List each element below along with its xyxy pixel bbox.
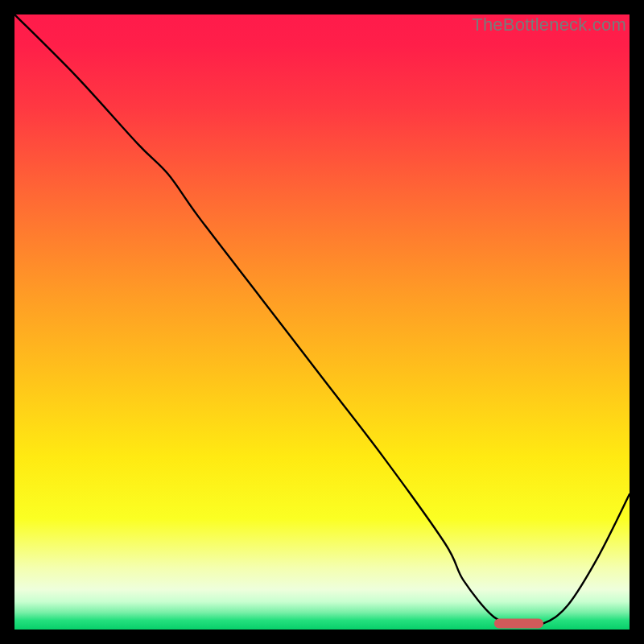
bottleneck-chart [14,14,630,630]
chart-frame: TheBottleneck.com [14,14,630,630]
optimal-range-marker [494,618,543,628]
watermark-text: TheBottleneck.com [472,14,626,35]
gradient-background [14,14,630,630]
